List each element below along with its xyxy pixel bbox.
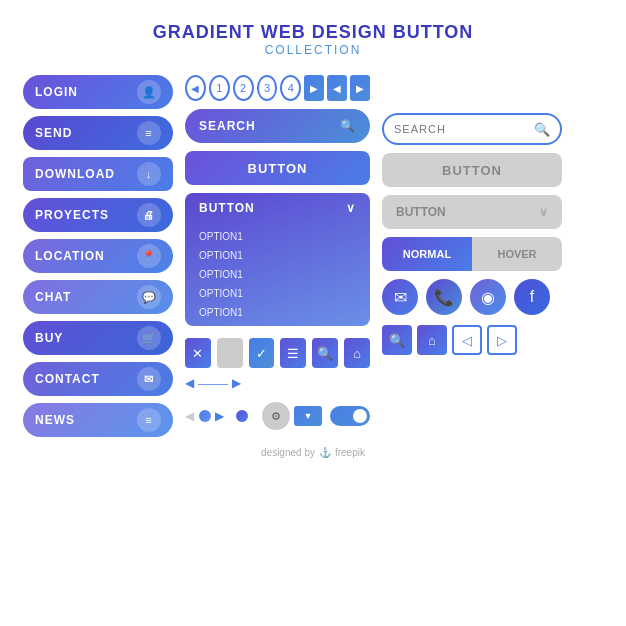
page-forward-icon[interactable]: ▶ xyxy=(350,75,370,101)
icon-row-checkboxes: ✕ ✓ ☰ 🔍 ⌂ xyxy=(185,338,370,368)
instagram-social-icon[interactable]: ◉ xyxy=(470,279,506,315)
toggle-switch[interactable] xyxy=(330,406,370,426)
wide-gradient-button[interactable]: BUTTON xyxy=(185,151,370,185)
right-icon-row: 🔍 ⌂ ◁ ▷ xyxy=(382,325,562,355)
send-button[interactable]: SEND ≡ xyxy=(23,116,173,150)
freepik-logo-icon: ⚓ xyxy=(319,447,331,458)
login-button[interactable]: LOGIN 👤 xyxy=(23,75,173,109)
contact-label: CONTACT xyxy=(35,372,100,386)
main-title: GRADIENT WEB DESIGN BUTTON xyxy=(153,22,474,43)
right-home-icon[interactable]: ⌂ xyxy=(417,325,447,355)
login-label: LOGIN xyxy=(35,85,78,99)
chat-label: CHAT xyxy=(35,290,71,304)
proyects-icon: 🖨 xyxy=(137,203,161,227)
email-social-icon[interactable]: ✉ xyxy=(382,279,418,315)
content-area: LOGIN 👤 SEND ≡ DOWNLOAD ↓ PROYECTS 🖨 LOC… xyxy=(23,75,603,437)
blank-icon-button[interactable] xyxy=(217,338,243,368)
page-back-icon[interactable]: ◀ xyxy=(327,75,347,101)
news-icon: ≡ xyxy=(137,408,161,432)
page-2[interactable]: 2 xyxy=(233,75,254,101)
dropdown-option-2[interactable]: OPTION1 xyxy=(185,246,370,265)
right-spacer xyxy=(382,75,562,105)
search-gradient-button[interactable]: SEARCH 🔍 xyxy=(185,109,370,143)
page-4[interactable]: 4 xyxy=(280,75,301,101)
right-nav-right-icon[interactable]: ▷ xyxy=(487,325,517,355)
download-label: DOWNLOAD xyxy=(35,167,115,181)
home-icon-button[interactable]: ⌂ xyxy=(344,338,370,368)
send-label: SEND xyxy=(35,126,72,140)
slider-row: ◀ ▶ ⚙ ▼ xyxy=(185,402,370,430)
send-icon: ≡ xyxy=(137,121,161,145)
proyects-button[interactable]: PROYECTS 🖨 xyxy=(23,198,173,232)
hover-label: HOVER xyxy=(497,248,536,260)
news-button[interactable]: NEWS ≡ xyxy=(23,403,173,437)
slider-thumb[interactable] xyxy=(199,410,211,422)
normal-button[interactable]: NORMAL xyxy=(382,237,472,271)
facebook-social-icon[interactable]: f xyxy=(514,279,550,315)
phone-social-icon[interactable]: 📞 xyxy=(426,279,462,315)
normal-label: NORMAL xyxy=(403,248,451,260)
buy-icon: 🛒 xyxy=(137,326,161,350)
contact-icon: ✉ xyxy=(137,367,161,391)
search-icon-button[interactable]: 🔍 xyxy=(312,338,338,368)
dropdown-option-4[interactable]: OPTION1 xyxy=(185,284,370,303)
sub-title: COLLECTION xyxy=(153,43,474,57)
dropdown-option-1[interactable]: OPTION1 xyxy=(185,227,370,246)
right-nav-left-icon[interactable]: ◁ xyxy=(452,325,482,355)
nav-right-icon[interactable]: ▶ xyxy=(232,376,241,390)
dropdown-header-label: BUTTON xyxy=(199,201,255,215)
freepik-label: freepik xyxy=(335,447,365,458)
gray-button[interactable]: BUTTON xyxy=(382,153,562,187)
gray-dropdown[interactable]: BUTTON ∨ xyxy=(382,195,562,229)
page-play-icon[interactable]: ▶ xyxy=(304,75,324,101)
nav-arrows-row: ◀ ——— ▶ xyxy=(185,376,370,390)
nav-dash: ——— xyxy=(198,378,228,389)
nav-left-icon[interactable]: ◀ xyxy=(185,376,194,390)
search-magnify-icon: 🔍 xyxy=(534,122,550,137)
slider-dot xyxy=(236,410,248,422)
chevron-down-icon: ∨ xyxy=(346,201,356,215)
chat-button[interactable]: CHAT 💬 xyxy=(23,280,173,314)
hover-button[interactable]: HOVER xyxy=(472,237,562,271)
dropdown-option-5[interactable]: OPTION1 xyxy=(185,303,370,322)
wide-btn-label: BUTTON xyxy=(248,161,308,176)
buy-button[interactable]: BUY 🛒 xyxy=(23,321,173,355)
location-icon: 📍 xyxy=(137,244,161,268)
slider-left-arrow[interactable]: ◀ xyxy=(185,409,194,423)
title-section: GRADIENT WEB DESIGN BUTTON COLLECTION xyxy=(153,22,474,57)
buy-label: BUY xyxy=(35,331,63,345)
x-icon-button[interactable]: ✕ xyxy=(185,338,211,368)
right-search-icon[interactable]: 🔍 xyxy=(382,325,412,355)
gear-icon[interactable]: ⚙ xyxy=(262,402,290,430)
gray-dropdown-chevron: ∨ xyxy=(539,205,548,219)
page-1[interactable]: 1 xyxy=(209,75,230,101)
gray-dropdown-label: BUTTON xyxy=(396,205,446,219)
news-label: NEWS xyxy=(35,413,75,427)
social-icons-row: ✉ 📞 ◉ f xyxy=(382,279,562,315)
slider-right-arrow[interactable]: ▶ xyxy=(215,409,224,423)
select-dropdown-icon[interactable]: ▼ xyxy=(294,406,322,426)
middle-column: ◀ 1 2 3 4 ▶ ◀ ▶ SEARCH 🔍 BUTTON BUTTON ∨… xyxy=(185,75,370,437)
page-3[interactable]: 3 xyxy=(257,75,278,101)
gray-btn-label: BUTTON xyxy=(442,163,502,178)
search-input[interactable] xyxy=(394,123,534,135)
normal-hover-toggle: NORMAL HOVER xyxy=(382,237,562,271)
search-input-wrap: 🔍 xyxy=(382,113,562,145)
slider-track[interactable] xyxy=(202,415,207,418)
toggle-knob xyxy=(353,409,367,423)
dropdown-gradient: BUTTON ∨ OPTION1 OPTION1 OPTION1 OPTION1… xyxy=(185,193,370,326)
dropdown-header[interactable]: BUTTON ∨ xyxy=(185,193,370,223)
download-button[interactable]: DOWNLOAD ↓ xyxy=(23,157,173,191)
contact-button[interactable]: CONTACT ✉ xyxy=(23,362,173,396)
user-icon: 👤 xyxy=(137,80,161,104)
search-btn-label: SEARCH xyxy=(199,119,256,133)
dropdown-option-3[interactable]: OPTION1 xyxy=(185,265,370,284)
location-button[interactable]: LOCATION 📍 xyxy=(23,239,173,273)
proyects-label: PROYECTS xyxy=(35,208,109,222)
location-label: LOCATION xyxy=(35,249,105,263)
page-prev-icon[interactable]: ◀ xyxy=(185,75,206,101)
check-icon-button[interactable]: ✓ xyxy=(249,338,275,368)
list-icon-button[interactable]: ☰ xyxy=(280,338,306,368)
footer-text: designed by xyxy=(261,447,315,458)
download-icon: ↓ xyxy=(137,162,161,186)
